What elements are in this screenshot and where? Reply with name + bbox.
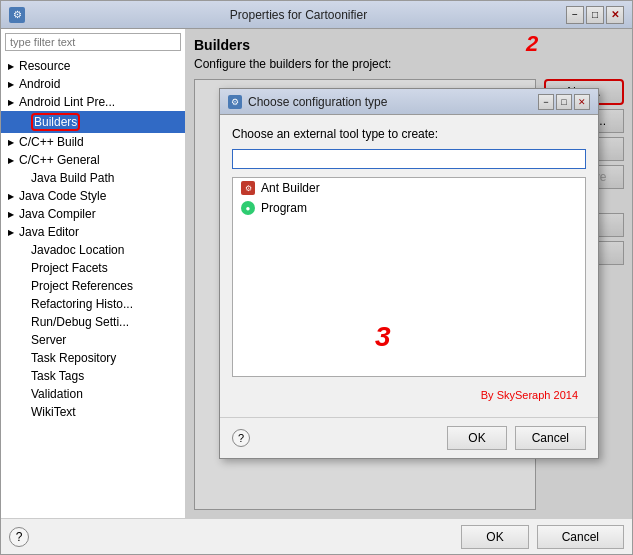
close-button[interactable]: ✕ — [606, 6, 624, 24]
arrow-icon: ▶ — [5, 136, 17, 148]
sidebar-item-label: Task Tags — [31, 369, 84, 383]
modal-controls: − □ ✕ — [538, 94, 590, 110]
sidebar-item-wikitext[interactable]: ▶ WikiText — [1, 403, 185, 421]
ant-builder-label: Ant Builder — [261, 181, 320, 195]
modal-dialog: ⚙ Choose configuration type − □ ✕ Choose… — [219, 88, 599, 459]
modal-maximize-button[interactable]: □ — [556, 94, 572, 110]
arrow-icon: ▶ — [5, 154, 17, 166]
modal-content: Choose an external tool type to create: … — [220, 115, 598, 417]
sidebar-item-label: Run/Debug Setti... — [31, 315, 129, 329]
sidebar-item-label: Android — [19, 77, 60, 91]
sidebar-item-android-lint[interactable]: ▶ Android Lint Pre... — [1, 93, 185, 111]
sidebar-item-java-compiler[interactable]: ▶ Java Compiler — [1, 205, 185, 223]
sidebar-item-label: Android Lint Pre... — [19, 95, 115, 109]
modal-help-button[interactable]: ? — [232, 429, 250, 447]
sidebar-item-java-code-style[interactable]: ▶ Java Code Style — [1, 187, 185, 205]
bottom-bar-left: ? — [9, 527, 453, 547]
cancel-button[interactable]: Cancel — [537, 525, 624, 549]
sidebar-item-refactoring[interactable]: ▶ Refactoring Histo... — [1, 295, 185, 313]
modal-overlay: 2 ⚙ Choose configuration type − □ ✕ — [186, 29, 632, 518]
arrow-icon: ▶ — [5, 96, 17, 108]
sidebar-item-label: Java Code Style — [19, 189, 106, 203]
sidebar-item-label: Refactoring Histo... — [31, 297, 133, 311]
sidebar-item-label: C/C++ General — [19, 153, 100, 167]
modal-footer: ? OK Cancel — [220, 417, 598, 458]
sidebar-item-java-editor[interactable]: ▶ Java Editor — [1, 223, 185, 241]
arrow-icon: ▶ — [5, 190, 17, 202]
sidebar-item-label: Resource — [19, 59, 70, 73]
sidebar-item-label: Task Repository — [31, 351, 116, 365]
sidebar-item-project-facets[interactable]: ▶ Project Facets — [1, 259, 185, 277]
arrow-icon: ▶ — [5, 226, 17, 238]
maximize-button[interactable]: □ — [586, 6, 604, 24]
sidebar-item-label: Builders — [31, 113, 80, 131]
window-icon: ⚙ — [9, 7, 25, 23]
sidebar-item-label: Javadoc Location — [31, 243, 124, 257]
bottom-bar: ? OK Cancel — [1, 518, 632, 554]
sidebar-item-cpp-general[interactable]: ▶ C/C++ General — [1, 151, 185, 169]
prog-icon: ● — [241, 201, 255, 215]
main-window: ⚙ Properties for Cartoonifier − □ ✕ ▶ Re… — [0, 0, 633, 555]
right-panel: Builders Configure the builders for the … — [186, 29, 632, 518]
program-label: Program — [261, 201, 307, 215]
arrow-icon: ▶ — [5, 78, 17, 90]
arrow-icon: ▶ — [5, 208, 17, 220]
sidebar-item-resource[interactable]: ▶ Resource — [1, 57, 185, 75]
sidebar-item-javadoc[interactable]: ▶ Javadoc Location — [1, 241, 185, 259]
window-controls: − □ ✕ — [566, 6, 624, 24]
sidebar-item-label: Project Facets — [31, 261, 108, 275]
sidebar-item-project-references[interactable]: ▶ Project References — [1, 277, 185, 295]
sidebar-item-label: Project References — [31, 279, 133, 293]
arrow-icon: ▶ — [5, 60, 17, 72]
sidebar-item-run-debug[interactable]: ▶ Run/Debug Setti... — [1, 313, 185, 331]
window-title: Properties for Cartoonifier — [31, 8, 566, 22]
list-item-ant[interactable]: ⚙ Ant Builder — [233, 178, 585, 198]
sidebar-item-label: Validation — [31, 387, 83, 401]
modal-search-input[interactable] — [232, 149, 586, 169]
sidebar-item-label: Server — [31, 333, 66, 347]
sidebar-item-label: WikiText — [31, 405, 76, 419]
modal-ok-button[interactable]: OK — [447, 426, 506, 450]
modal-list[interactable]: ⚙ Ant Builder ● Program — [232, 177, 586, 377]
sidebar-item-task-tags[interactable]: ▶ Task Tags — [1, 367, 185, 385]
modal-description: Choose an external tool type to create: — [232, 127, 586, 141]
watermark: By SkySeraph 2014 — [232, 385, 586, 405]
title-bar: ⚙ Properties for Cartoonifier − □ ✕ — [1, 1, 632, 29]
minimize-button[interactable]: − — [566, 6, 584, 24]
sidebar-item-server[interactable]: ▶ Server — [1, 331, 185, 349]
sidebar-item-label: Java Build Path — [31, 171, 114, 185]
ant-icon: ⚙ — [241, 181, 255, 195]
modal-cancel-button[interactable]: Cancel — [515, 426, 586, 450]
left-panel: ▶ Resource ▶ Android ▶ Android Lint Pre.… — [1, 29, 186, 518]
sidebar-item-builders[interactable]: ▶ Builders — [1, 111, 185, 133]
modal-title: Choose configuration type — [248, 95, 538, 109]
sidebar-item-cpp-build[interactable]: ▶ C/C++ Build — [1, 133, 185, 151]
modal-footer-buttons: OK Cancel — [447, 426, 586, 450]
ok-button[interactable]: OK — [461, 525, 528, 549]
annotation-2: 2 — [526, 31, 550, 55]
help-button[interactable]: ? — [9, 527, 29, 547]
sidebar-item-label: Java Editor — [19, 225, 79, 239]
sidebar-item-label: Java Compiler — [19, 207, 96, 221]
modal-minimize-button[interactable]: − — [538, 94, 554, 110]
sidebar-item-java-build-path[interactable]: ▶ Java Build Path — [1, 169, 185, 187]
modal-icon: ⚙ — [228, 95, 242, 109]
list-item-program[interactable]: ● Program — [233, 198, 585, 218]
modal-close-button[interactable]: ✕ — [574, 94, 590, 110]
tree-area: ▶ Resource ▶ Android ▶ Android Lint Pre.… — [1, 55, 185, 518]
filter-input[interactable] — [5, 33, 181, 51]
content-area: ▶ Resource ▶ Android ▶ Android Lint Pre.… — [1, 29, 632, 518]
sidebar-item-task-repository[interactable]: ▶ Task Repository — [1, 349, 185, 367]
sidebar-item-validation[interactable]: ▶ Validation — [1, 385, 185, 403]
modal-title-bar: ⚙ Choose configuration type − □ ✕ — [220, 89, 598, 115]
sidebar-item-android[interactable]: ▶ Android — [1, 75, 185, 93]
sidebar-item-label: C/C++ Build — [19, 135, 84, 149]
